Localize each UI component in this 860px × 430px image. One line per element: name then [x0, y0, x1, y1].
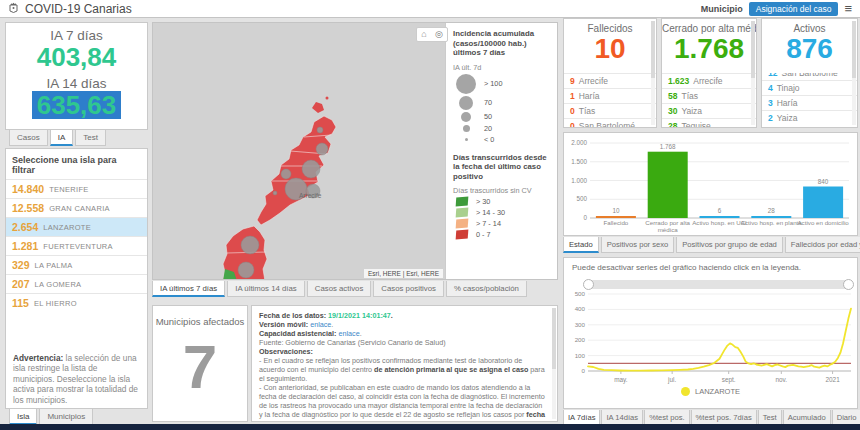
municipios-afectados-title: Municipios afectados — [153, 316, 247, 327]
menu-icon[interactable]: ≡ — [844, 4, 852, 14]
chart-tab-estado[interactable]: Estado — [563, 237, 599, 253]
stat-list: 1.623Arrecife58Tías30Yaiza28Teguise — [662, 73, 756, 127]
stat-row-name: San Bartolomé — [579, 121, 635, 127]
svg-text:nov.: nov. — [776, 376, 788, 383]
stat-row-name: Yaiza — [777, 113, 798, 123]
stat-row-san-bartolome[interactable]: 12San Bartolomé — [762, 73, 857, 80]
chart-tab-fallecidos-por-edad-y-sexo[interactable]: Fallecidos por edad y sexo — [785, 237, 860, 253]
bar-activo-hosp-en-planta[interactable] — [751, 216, 791, 218]
svg-text:500: 500 — [575, 291, 586, 297]
stat-row-arrecife[interactable]: 1.623Arrecife — [662, 73, 756, 88]
slider-handle-left[interactable] — [583, 279, 594, 290]
stat-row-haria[interactable]: 3Haría — [762, 95, 857, 110]
island-row-gran-canaria[interactable]: 12.558GRAN CANARIA — [6, 198, 147, 217]
tab-test[interactable]: Test — [75, 130, 106, 146]
map-tab-ia-ultimos-7-dias[interactable]: IA últimos 7 días — [152, 281, 225, 297]
dashboard: COVID-19 Canarias Municipio Asignación d… — [0, 0, 860, 430]
ia7-label: IA 7 días — [6, 28, 147, 43]
chart-tab-positivos-por-grupo-de-edad[interactable]: Positivos por grupo de edad — [676, 237, 783, 253]
stat-row-value: 58 — [668, 91, 677, 101]
stat-row-haria[interactable]: 1Haría — [564, 88, 656, 103]
info-link[interactable]: enlace — [339, 329, 360, 338]
line-chart-legend[interactable]: LANZAROTE — [564, 387, 857, 396]
legend-circle-label: < 0 — [484, 135, 494, 144]
swatch-icon — [456, 219, 469, 229]
tab-municipios[interactable]: Municipios — [39, 409, 93, 425]
scrollbar-track[interactable] — [552, 308, 556, 419]
stat-list: 9Arrecife1Haría0Tías0San Bartolomé — [564, 73, 656, 127]
stat-row-tias[interactable]: 58Tías — [662, 88, 756, 103]
info-link[interactable]: enlace — [310, 320, 331, 329]
tab-ia[interactable]: IA — [50, 130, 74, 146]
circle-symbol — [459, 96, 473, 110]
bar-activo-hosp-en-uci[interactable] — [700, 216, 740, 218]
map-canvas[interactable]: Arrecife ⌂ ◎ Esri, HERE | Esri, HERE Inc… — [152, 22, 558, 280]
svg-text:10: 10 — [612, 207, 620, 214]
series-name: LANZAROTE — [695, 387, 740, 396]
map-legend-panel: Incidencia acumulada (casos/100000 hab.)… — [445, 23, 557, 279]
map-tab-casos-positivos[interactable]: Casos positivos — [373, 281, 444, 297]
island-row-la-palma[interactable]: 329LA PALMA — [6, 255, 147, 274]
municipios-afectados-value: 7 — [153, 327, 247, 407]
municipios-afectados-panel: Municipios afectados 7 — [152, 305, 248, 422]
svg-text:500: 500 — [576, 195, 587, 202]
map-tab-ia-ultimos-14-dias[interactable]: IA últimos 14 días — [227, 281, 305, 297]
stat-row-teguise[interactable]: 28Teguise — [662, 118, 756, 127]
island-count: 115 — [12, 297, 29, 309]
slider-handle-right[interactable] — [843, 279, 854, 290]
bar-cerrado-por-alta-medica[interactable] — [648, 152, 688, 218]
tab-isla[interactable]: Isla — [9, 409, 37, 425]
bar-activo-en-domicilio[interactable] — [803, 187, 843, 219]
series-line-lanzarote[interactable] — [588, 309, 851, 371]
tab-casos[interactable]: Casos — [9, 130, 48, 146]
svg-text:6: 6 — [718, 207, 722, 214]
stat-row-name: Arrecife — [579, 76, 608, 86]
island-row-tenerife[interactable]: 14.840TENERIFE — [6, 179, 147, 198]
stat-list: 12San Bartolomé4Tinajo3Haría2Yaiza — [762, 73, 857, 127]
map-place-label: Arrecife — [299, 192, 322, 199]
legend-subtitle-dias: Días trascurridos sin CV — [453, 186, 550, 195]
map-attribution: Esri, HERE | Esri, HERE — [364, 269, 443, 278]
scrollbar-thumb[interactable] — [751, 21, 755, 78]
island-row-lanzarote[interactable]: 2.654LANZAROTE — [6, 217, 147, 236]
series-dot-icon[interactable] — [681, 387, 690, 396]
scrollbar-thumb[interactable] — [552, 308, 556, 369]
scrollbar-track[interactable] — [852, 21, 856, 125]
island-row-la-gomera[interactable]: 207LA GOMERA — [6, 274, 147, 293]
scrollbar-thumb[interactable] — [852, 21, 856, 78]
time-range-slider[interactable] — [585, 280, 852, 289]
info-text: - Con anterioridad, se publicaban en est… — [259, 383, 545, 419]
stat-row-tias[interactable]: 0Tías — [564, 103, 656, 118]
scrollbar-track[interactable] — [651, 21, 655, 125]
info-line: - En el cuadro se reflejan los positivos… — [259, 356, 547, 383]
island-row-fuerteventura[interactable]: 1.281FUERTEVENTURA — [6, 236, 147, 255]
bar-fallecido[interactable] — [596, 216, 636, 218]
map-tab-casos-activos[interactable]: Casos activos — [307, 281, 372, 297]
stat-row-tinajo[interactable]: 4Tinajo — [762, 80, 857, 95]
chart-tab-positivos-por-sexo[interactable]: Positivos por sexo — [601, 237, 675, 253]
canarias-emblem-icon — [8, 2, 19, 15]
home-extent-icon[interactable]: ⌂ — [421, 30, 426, 39]
info-text: Fuente: Gobierno de Canarias (Servicio C… — [259, 338, 446, 347]
locate-icon[interactable]: ◎ — [435, 30, 443, 39]
island-name: GRAN CANARIA — [49, 204, 110, 213]
scrollbar-track[interactable] — [751, 21, 755, 125]
stat-row-arrecife[interactable]: 9Arrecife — [564, 73, 656, 88]
stat-row-yaiza[interactable]: 2Yaiza — [762, 110, 857, 125]
assign-case-button[interactable]: Asignación del caso — [749, 2, 839, 16]
svg-text:Fallecido: Fallecido — [604, 219, 629, 226]
stat-row-san-bartolome[interactable]: 0San Bartolomé — [564, 118, 656, 127]
map-tab-casos-poblacion[interactable]: % casos/población — [446, 281, 527, 297]
island-row-el-hierro[interactable]: 115EL HIERRO — [6, 293, 147, 312]
stat-row-value: 2 — [768, 113, 773, 123]
legend-swatch-row: 0 - 7 — [453, 230, 550, 239]
island-name: TENERIFE — [49, 185, 89, 194]
stat-row-yaiza[interactable]: 30Yaiza — [662, 103, 756, 118]
info-text: . — [391, 311, 393, 320]
stat-row-value: 3 — [768, 98, 773, 108]
line-chart-note: Puede desactivar series del gráfico haci… — [572, 263, 801, 272]
stat-row-value: 28 — [668, 121, 677, 127]
stat-panel-cerrado-por-alta-medica: Cerrado por alta médica1.7681.623Arrecif… — [661, 18, 757, 128]
scrollbar-thumb[interactable] — [651, 21, 655, 78]
stat-row-name: Tías — [579, 106, 596, 116]
